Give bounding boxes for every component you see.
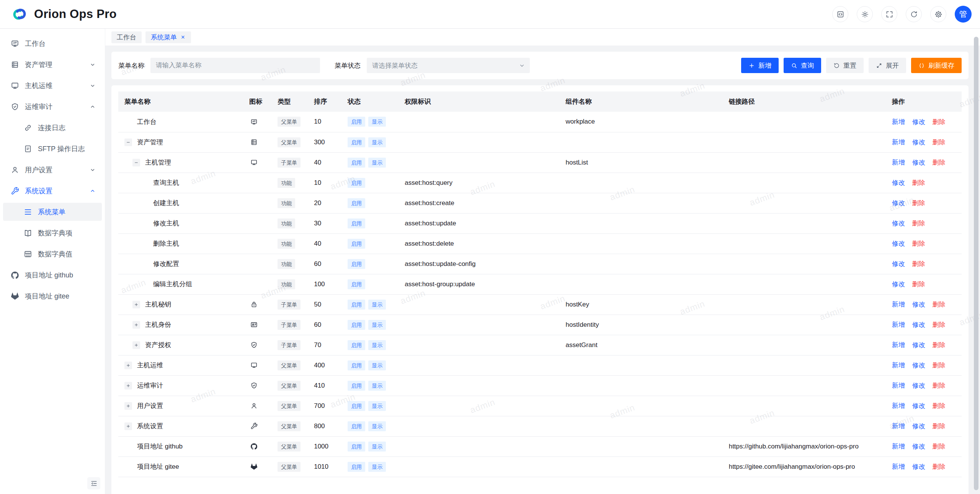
row-add-link[interactable]: 新增 [892,341,905,349]
row-add-link[interactable]: 新增 [892,139,905,146]
row-expander[interactable] [132,301,140,308]
row-delete-link[interactable]: 删除 [933,341,946,349]
row-delete-link[interactable]: 删除 [933,362,946,369]
table-row: 删除主机 功能 40 启用 asset:host:delete 修改删除 [118,233,962,254]
sidebar-item-asset-management[interactable]: 资产管理 [3,55,102,73]
menu-table-card: 菜单名称图标类型排序状态权限标识组件名称链接路径操作 工作台 父菜单 10 启用… [111,85,969,494]
row-edit-link[interactable]: 修改 [912,139,925,146]
row-add-link[interactable]: 新增 [892,443,905,450]
row-delete-link[interactable]: 删除 [912,260,925,267]
sidebar-item-system-settings[interactable]: 系统设置 [3,182,102,200]
row-edit-link[interactable]: 修改 [912,402,925,409]
theme-button[interactable] [857,6,873,22]
tab-workbench[interactable]: 工作台 [111,31,142,43]
row-add-link[interactable]: 新增 [892,422,905,430]
sidebar-item-system-menu[interactable]: 系统菜单 [3,203,102,221]
row-delete-link[interactable]: 删除 [912,199,925,207]
row-expander[interactable] [124,422,132,430]
plus-icon [126,404,131,408]
row-delete-link[interactable]: 删除 [933,443,946,450]
row-edit-link[interactable]: 修改 [892,280,905,288]
row-add-link[interactable]: 新增 [892,382,905,389]
row-expander[interactable] [124,139,132,146]
row-expander[interactable] [132,321,140,329]
row-edit-link[interactable]: 修改 [912,321,925,328]
row-add-link[interactable]: 新增 [892,118,905,126]
row-edit-link[interactable]: 修改 [912,118,925,126]
row-delete-link[interactable]: 删除 [933,321,946,328]
tab-system-menu[interactable]: 系统菜单 [145,31,191,43]
user-avatar[interactable]: 管 [955,6,972,23]
table-row: 创建主机 功能 20 启用 asset:host:create 修改删除 [118,193,962,213]
row-add-link[interactable]: 新增 [892,402,905,409]
sidebar-item-project-github[interactable]: 项目地址 github [3,266,102,284]
sidebar-item-project-gitee[interactable]: 项目地址 gitee [3,287,102,305]
row-edit-link[interactable]: 修改 [912,382,925,389]
row-delete-link[interactable]: 删除 [933,422,946,430]
sidebar-item-workbench[interactable]: 工作台 [3,34,102,52]
row-edit-link[interactable]: 修改 [892,260,905,267]
dashboard-icon [250,118,258,126]
menu-permission [399,355,559,375]
tab-close-icon[interactable] [180,34,186,40]
row-edit-link[interactable]: 修改 [912,443,925,450]
row-edit-link[interactable]: 修改 [912,159,925,166]
row-edit-link[interactable]: 修改 [912,362,925,369]
sidebar-item-connect-log[interactable]: 连接日志 [3,119,102,137]
expand-button[interactable]: 展开 [869,58,906,73]
menu-name-input[interactable] [150,58,320,73]
row-expander[interactable] [124,402,132,410]
row-add-link[interactable]: 新增 [892,159,905,166]
row-delete-link[interactable]: 删除 [933,402,946,409]
row-delete-link[interactable]: 删除 [933,139,946,146]
row-edit-link[interactable]: 修改 [912,422,925,430]
row-add-link[interactable]: 新增 [892,463,905,470]
fullscreen-button[interactable] [881,6,897,22]
reload-button[interactable] [906,6,922,22]
row-delete-link[interactable]: 删除 [933,463,946,470]
row-add-link[interactable]: 新增 [892,321,905,328]
row-edit-link[interactable]: 修改 [892,179,905,186]
menu-status-select[interactable]: 请选择菜单状态 [367,58,530,73]
add-button[interactable]: 新增 [741,58,779,73]
filter-card: 菜单名称 菜单状态 请选择菜单状态 新增 查询 重置 展开 刷新缓存 [111,52,969,79]
row-add-link[interactable]: 新增 [892,301,905,308]
reset-button[interactable]: 重置 [826,58,864,73]
menu-link-path [723,132,886,152]
refresh-cache-button[interactable]: 刷新缓存 [911,58,962,73]
row-expander[interactable] [132,341,140,349]
row-delete-link[interactable]: 删除 [912,240,925,247]
row-delete-link[interactable]: 删除 [933,118,946,126]
row-edit-link[interactable]: 修改 [892,199,905,207]
row-edit-link[interactable]: 修改 [892,240,905,247]
sidebar-item-dict-keys[interactable]: 数据字典项 [3,224,102,242]
row-expander[interactable] [124,362,132,369]
sidebar: 工作台 资产管理 主机运维 运维审计 连接日志 SFTP 操作日志 用户设置 系… [0,29,105,494]
table-row: 编辑主机分组 功能 100 启用 asset:host-group:update… [118,274,962,294]
row-edit-link[interactable]: 修改 [912,301,925,308]
sidebar-item-dict-values[interactable]: 数据字典值 [3,245,102,263]
row-expander[interactable] [132,159,140,166]
page-scrollbar[interactable] [974,37,978,490]
row-edit-link[interactable]: 修改 [912,463,925,470]
search-button[interactable]: 查询 [784,58,821,73]
sidebar-item-host-ops[interactable]: 主机运维 [3,77,102,95]
settings-button[interactable] [930,6,946,22]
row-delete-link[interactable]: 删除 [933,159,946,166]
sidebar-item-sftp-log[interactable]: SFTP 操作日志 [3,140,102,158]
row-edit-link[interactable]: 修改 [892,220,905,227]
row-delete-link[interactable]: 删除 [933,382,946,389]
row-delete-link[interactable]: 删除 [912,280,925,288]
api-code-button[interactable] [832,6,848,22]
row-add-link[interactable]: 新增 [892,362,905,369]
sidebar-item-user-settings[interactable]: 用户设置 [3,161,102,179]
menu-link-path [723,355,886,375]
sidebar-collapse-button[interactable] [87,477,100,489]
row-delete-link[interactable]: 删除 [912,220,925,227]
sidebar-item-label: SFTP 操作日志 [38,144,96,153]
row-delete-link[interactable]: 删除 [912,179,925,186]
sidebar-item-ops-audit[interactable]: 运维审计 [3,98,102,116]
row-edit-link[interactable]: 修改 [912,341,925,349]
row-expander[interactable] [124,382,132,390]
row-delete-link[interactable]: 删除 [933,301,946,308]
